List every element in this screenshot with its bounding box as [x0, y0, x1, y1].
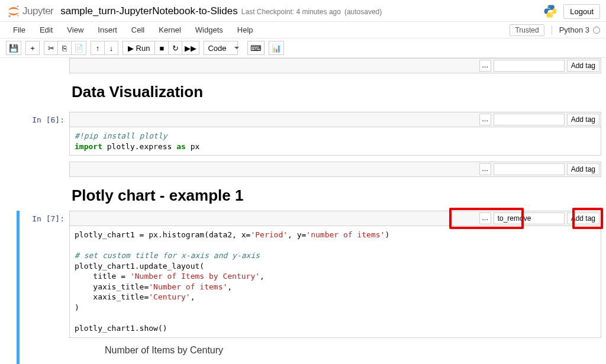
input-prompt: In [6]:	[0, 112, 69, 156]
menu-help[interactable]: Help	[230, 23, 260, 37]
prompt-empty	[0, 162, 69, 177]
menu-kernel[interactable]: Kernel	[152, 23, 188, 37]
notebook-name[interactable]: sample_turn-JupyterNotebook-to-Slides	[60, 5, 238, 17]
restart-button[interactable]: ↻	[168, 41, 182, 55]
prompt-empty	[0, 179, 69, 210]
cut-button[interactable]: ✂	[44, 41, 58, 55]
chart-title: Number of Items by Century	[105, 345, 601, 356]
logout-button[interactable]: Logout	[563, 4, 600, 19]
cell-menu-button[interactable]: ...	[479, 212, 491, 224]
checkpoint-text: Last Checkpoint: 4 minutes ago	[241, 8, 341, 16]
tag-input[interactable]	[494, 163, 565, 175]
toolbar: 💾 + ✂ ⎘ 📄 ↑ ↓ ▶ Run ■ ↻ ▶▶ Code ⌨ 📊	[0, 38, 606, 58]
kernel-name[interactable]: Python 3	[552, 25, 600, 34]
add-cell-button[interactable]: +	[25, 41, 40, 55]
markdown-heading[interactable]: Plotly chart - example 1	[69, 179, 601, 210]
add-tag-button[interactable]: Add tag	[567, 60, 599, 72]
svg-point-4	[552, 16, 553, 17]
move-up-button[interactable]: ↑	[91, 41, 105, 55]
tag-input[interactable]	[494, 60, 565, 72]
cell-menu-button[interactable]: ...	[479, 163, 491, 175]
menu-edit[interactable]: Edit	[33, 23, 60, 37]
save-button[interactable]: 💾	[6, 41, 21, 55]
tag-chip[interactable]: to_remove	[494, 212, 565, 224]
code-cell-input[interactable]: plotly_chart1 = px.histogram(data2, x='P…	[69, 226, 601, 337]
tag-input[interactable]	[494, 114, 565, 125]
python-icon	[543, 4, 557, 18]
add-tag-button[interactable]: Add tag	[567, 114, 599, 125]
tag-bar: ... to_remove Add tag	[69, 211, 601, 226]
input-prompt: In [7]:	[0, 211, 69, 337]
cell-menu-button[interactable]: ...	[479, 114, 491, 125]
jupyter-logo: Jupyter	[6, 4, 53, 19]
paste-button[interactable]: 📄	[71, 41, 86, 55]
svg-point-2	[18, 15, 19, 17]
menu-view[interactable]: View	[60, 23, 91, 37]
stop-button[interactable]: ■	[154, 41, 169, 55]
markdown-heading[interactable]: Data Visualization	[69, 76, 601, 106]
prompt-empty	[0, 76, 69, 106]
copy-button[interactable]: ⎘	[57, 41, 72, 55]
cell-menu-button[interactable]: ...	[479, 60, 491, 72]
tag-bar: ... Add tag	[69, 58, 601, 73]
prompt-empty	[0, 58, 69, 73]
tag-bar: ... Add tag	[69, 112, 601, 127]
svg-point-0	[17, 5, 19, 7]
menu-cell[interactable]: Cell	[124, 23, 152, 37]
svg-point-3	[548, 6, 549, 7]
plotly-chart-output[interactable]: Number of Items by Century 450	[69, 338, 601, 364]
add-tag-button[interactable]: Add tag	[567, 212, 599, 224]
menu-widgets[interactable]: Widgets	[188, 23, 230, 37]
svg-point-1	[8, 15, 10, 17]
notebook-container: ... Add tag Data Visualization In [6]: .…	[0, 58, 606, 364]
jupyter-wordmark: Jupyter	[22, 5, 53, 17]
output-prompt	[0, 338, 69, 364]
cell-type-select[interactable]: Code	[204, 41, 238, 55]
restart-run-all-button[interactable]: ▶▶	[182, 41, 199, 55]
autosave-text: (autosaved)	[344, 8, 382, 16]
header-right: Logout	[543, 4, 600, 19]
notebook-header: Jupyter sample_turn-JupyterNotebook-to-S…	[0, 0, 606, 22]
move-down-button[interactable]: ↓	[104, 41, 118, 55]
command-palette-button[interactable]: ⌨	[247, 41, 265, 55]
trusted-badge[interactable]: Trusted	[510, 24, 544, 36]
kernel-indicator-icon	[593, 27, 600, 34]
menu-insert[interactable]: Insert	[91, 23, 124, 37]
title-area: sample_turn-JupyterNotebook-to-Slides La…	[60, 5, 543, 17]
tag-bar: ... Add tag	[69, 162, 601, 177]
slideshow-button[interactable]: 📊	[269, 41, 284, 55]
menubar: File Edit View Insert Cell Kernel Widget…	[0, 22, 606, 38]
code-cell-input[interactable]: #!pip install plotly import plotly.expre…	[69, 127, 601, 156]
run-button[interactable]: ▶ Run	[123, 41, 155, 55]
jupyter-icon	[6, 4, 21, 19]
kernel-label: Python 3	[559, 25, 589, 34]
menu-file[interactable]: File	[6, 23, 33, 37]
add-tag-button[interactable]: Add tag	[567, 163, 599, 175]
